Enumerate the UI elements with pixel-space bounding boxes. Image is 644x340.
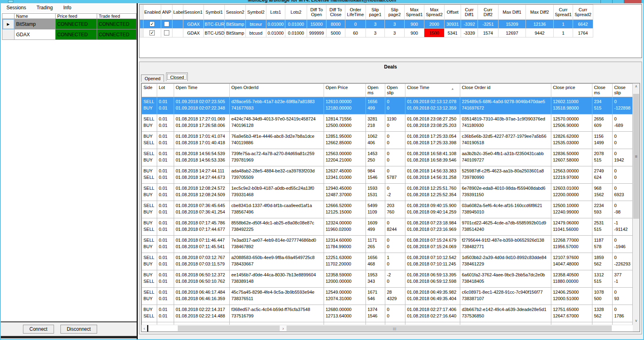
anp-checkbox[interactable] <box>164 21 169 27</box>
menu-trading[interactable]: Trading <box>37 5 53 10</box>
cell-close-order-id[interactable]: aa3b2b2c-35e0-4fb1-a31b-f2350431cabb7401… <box>460 149 551 166</box>
anp-cell[interactable] <box>161 29 172 37</box>
cell-open-slip[interactable]: 203760 <box>385 201 405 218</box>
col-close-time[interactable]: Close Time▲ <box>405 84 460 97</box>
disconnect-button[interactable]: Disconnect <box>60 325 97 334</box>
cell-close-price[interactable]: 12358.4050011880.00000 <box>551 270 592 288</box>
cell-close-order-id[interactable]: 6a601fa2-3762-4aee-9bc9-2bb5a7dc2e0b7384… <box>460 270 551 288</box>
cell-close-ms[interactable]: 9681562 <box>592 184 613 201</box>
cell-open-time[interactable]: 01.08.2018 06:50:12.37201.08.2018 06:50:… <box>174 270 230 288</box>
scroll-left-icon[interactable]: ‹ <box>141 325 148 332</box>
cell-open-ms[interactable]: 1609499 <box>366 218 385 236</box>
tab-opened[interactable]: Opened <box>141 75 164 82</box>
cell-open-price[interactable]: 12563.0000012204.21000 <box>324 149 366 166</box>
enabled-cell[interactable]: ✓ <box>143 29 161 37</box>
cell-open-order-id[interactable]: ada48ab2-28e5-4884-be32-ca39783f203d7397… <box>230 166 324 184</box>
cell-side[interactable]: SELLBUY <box>142 236 157 253</box>
menu-info[interactable]: Info <box>63 5 71 10</box>
cell-side[interactable]: SELLBUY <box>142 201 157 218</box>
cell-slip-page2[interactable]: 3 <box>385 20 405 29</box>
session-row[interactable]: ▶BitStampCONNECTEDCONNECTED <box>2 19 137 29</box>
cell-close-slip[interactable]: 0-226293 <box>613 253 633 270</box>
cell-open-ms[interactable]: 3281218 <box>366 114 385 132</box>
cell-close-order-id[interactable]: 03a6082a-5ef6-4c4e-af16-160ccd6f86217389… <box>460 201 551 218</box>
vertical-scrollbar[interactable]: ∧ ≡ ∨ <box>633 83 640 325</box>
cell-curr-diff1[interactable]: -3339 <box>461 29 478 37</box>
cell-open-price[interactable]: 12851.9500012662.85000 <box>324 132 366 149</box>
cell-curr-spread2[interactable]: 1764 <box>573 29 593 37</box>
cell-open-slip[interactable]: 00 <box>385 149 405 166</box>
connect-button[interactable]: Connect <box>23 325 54 334</box>
cell-lot[interactable]: 0.010.01 <box>157 114 174 132</box>
cell-curr-diff1[interactable]: -3392 <box>461 20 478 29</box>
col-open-orderid[interactable]: Open OrderId <box>230 84 324 97</box>
vertical-scrollbar-thumb[interactable]: ≡ <box>633 94 639 219</box>
cell-open-ms[interactable]: 1171265 <box>366 236 385 253</box>
cell-slip-page1[interactable]: 3 <box>366 29 385 37</box>
cell-max-diff1[interactable]: 15209 <box>499 20 526 29</box>
col-open-price[interactable]: Open Price <box>324 84 366 97</box>
col-slip-page1[interactable]: Slip page1 <box>366 5 385 20</box>
col-lots2[interactable]: Lots2 <box>285 5 307 20</box>
cell-lots1[interactable]: 0.01000 <box>266 29 285 37</box>
cell-close-order-id[interactable]: d3b667b2-e142-49c4-a639-3deade28e5d17375… <box>460 305 551 322</box>
cell-session2[interactable]: BitStamp <box>225 20 246 29</box>
col-trade-feed[interactable]: Trade feed <box>97 14 137 19</box>
cell-close-order-id[interactable]: 6e78902e-eda8-4010-98da-f559408dabd67393… <box>460 184 551 201</box>
cell-side[interactable]: BUYSELL <box>142 305 157 322</box>
cell-close-price[interactable]: 12479.0600011041.56000 <box>551 218 592 236</box>
session-name[interactable]: BitStamp <box>15 19 56 29</box>
row-selector-icon[interactable]: ▶ <box>2 19 15 29</box>
cell-open-time[interactable]: 01.08.2018 17:27:01.06901.08.2018 17:26:… <box>174 114 230 132</box>
cell-open-slip[interactable]: 00 <box>385 97 405 114</box>
cell-diff-to-open[interactable]: 999999 <box>307 29 326 37</box>
deal-row[interactable]: BUYSELL0.010.0101.08.2018 06:50:12.37201… <box>142 270 633 288</box>
cell-close-slip[interactable]: 00 <box>613 166 633 184</box>
cell-close-ms[interactable]: 1859562 <box>592 253 613 270</box>
col-session2[interactable]: Session2 <box>225 5 246 20</box>
cell-close-ms[interactable]: 2531515 <box>592 218 613 236</box>
col-max-diff2[interactable]: Max Diff2 <box>526 5 554 20</box>
cell-open-price[interactable]: 12549.0000012074.31000 <box>324 288 366 305</box>
cell-open-slip[interactable]: 00 <box>385 236 405 253</box>
cell-open-order-id[interactable]: 7e3ad317-ae07-4eb9-814e-027774686bd07384… <box>230 236 324 253</box>
cell-max-diff2[interactable]: 12136 <box>526 20 554 29</box>
cell-open-order-id[interactable]: ee1456b7-d0de-44ca-8030-7b13e88996047383… <box>230 270 324 288</box>
cell-close-time[interactable]: 01.08.2018 06:59:13.39501.08.2018 06:59:… <box>405 270 460 288</box>
cell-close-time[interactable]: 01.08.2018 12:25:51.76001.08.2018 12:25:… <box>405 184 460 201</box>
session-row[interactable]: GDAXCONNECTEDCONNECTED <box>2 29 137 40</box>
cell-curr-diff2[interactable]: 1574 <box>478 29 499 37</box>
cell-close-ms[interactable]: 2656609 <box>592 114 613 132</box>
cell-side[interactable]: BUYSELL <box>142 132 157 149</box>
cell-side[interactable]: SELLBUY <box>142 97 157 114</box>
cell-open-ms[interactable]: 1656499 <box>366 97 385 114</box>
cell-lot[interactable]: 0.010.01 <box>157 236 174 253</box>
cell-max-diff2[interactable]: 9442 <box>526 29 554 37</box>
cell-close-time[interactable]: 01.08.2018 17:25:33.05401.08.2018 17:25:… <box>405 132 460 149</box>
cell-open-slip[interactable]: 00 <box>385 305 405 322</box>
cell-open-time[interactable]: 01.09.2018 02:07:23.50501.09.2018 02:07:… <box>174 97 230 114</box>
close-button[interactable] <box>624 0 642 3</box>
cell-close-price[interactable]: 12570.0000012506.90000 <box>551 114 592 132</box>
cell-diff-to-close[interactable]: 8000 <box>326 20 345 29</box>
cell-close-price[interactable]: 12406.2500012000.51000 <box>551 288 592 305</box>
cell-symbol2[interactable]: btceur <box>246 20 266 29</box>
col-side[interactable]: Side <box>142 84 157 97</box>
cell-side[interactable]: SELLBUY <box>142 149 157 166</box>
cell-open-ms[interactable]: 15931531 <box>366 184 385 201</box>
cell-lot[interactable]: 0.010.01 <box>157 149 174 166</box>
cell-close-ms[interactable]: 1078500 <box>592 288 613 305</box>
cell-side[interactable]: SELLBUY <box>142 288 157 305</box>
col-name[interactable]: Name <box>15 14 56 19</box>
scroll-up-icon[interactable]: ∧ <box>633 83 640 90</box>
cell-close-time[interactable]: 01.08.2018 14:56:33.38301.08.2018 14:56:… <box>405 166 460 184</box>
cell-close-price[interactable]: 12751.6500012647.67000 <box>551 305 592 322</box>
cell-open-slip[interactable]: -20 <box>385 270 405 288</box>
label-cell[interactable] <box>172 20 183 29</box>
cell-side[interactable]: SELLBUY <box>142 184 157 201</box>
cell-close-order-id[interactable]: 525987df-c2f5-4623-aa1b-80a2503601a87397… <box>460 166 551 184</box>
cell-lots1[interactable]: 0.01000 <box>266 20 285 29</box>
cell-close-price[interactable]: 12500.1000012240.99000 <box>551 201 592 218</box>
cell-close-slip[interactable]: 00 <box>613 132 633 149</box>
cell-open-ms[interactable]: 54991109 <box>366 201 385 218</box>
